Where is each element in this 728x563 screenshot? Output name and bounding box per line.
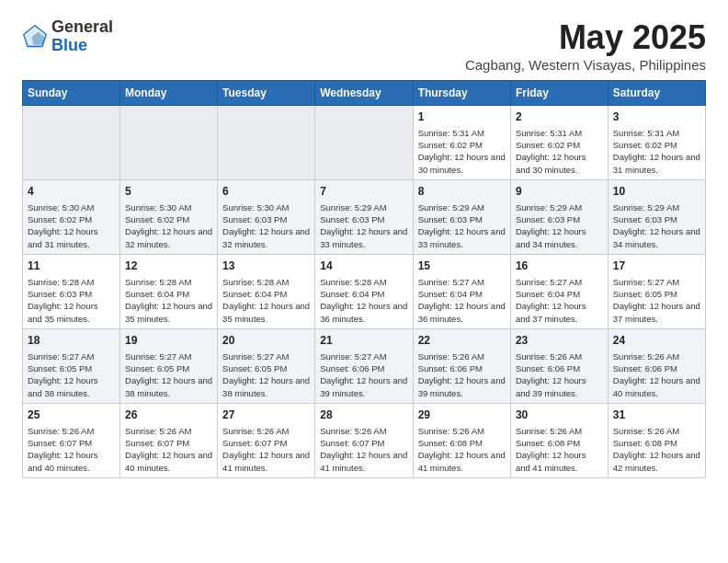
day-number: 9 <box>516 184 603 200</box>
cell-daylight: Daylight: 12 hours and 35 minutes. <box>125 300 212 325</box>
cell-sunset: Sunset: 6:03 PM <box>418 213 506 225</box>
cell-daylight: Daylight: 12 hours and 40 minutes. <box>125 449 212 474</box>
cell-sunrise: Sunrise: 5:29 AM <box>418 201 506 213</box>
calendar-cell: 7 Sunrise: 5:29 AM Sunset: 6:03 PM Dayli… <box>315 179 413 254</box>
cell-sunrise: Sunrise: 5:31 AM <box>613 127 700 139</box>
calendar-week-1: 1 Sunrise: 5:31 AM Sunset: 6:02 PM Dayli… <box>23 106 706 180</box>
cell-sunset: Sunset: 6:04 PM <box>320 288 407 300</box>
calendar-week-3: 11 Sunrise: 5:28 AM Sunset: 6:03 PM Dayl… <box>23 254 706 328</box>
header-sunday: Sunday <box>23 81 120 106</box>
cell-sunrise: Sunrise: 5:30 AM <box>222 201 310 213</box>
cell-sunrise: Sunrise: 5:27 AM <box>28 350 115 362</box>
cell-sunset: Sunset: 6:02 PM <box>28 213 115 225</box>
logo-text: General Blue <box>51 18 113 55</box>
day-number: 22 <box>418 333 506 349</box>
logo: General Blue <box>22 18 113 55</box>
cell-daylight: Daylight: 12 hours and 35 minutes. <box>222 300 310 325</box>
day-number: 11 <box>28 259 115 274</box>
cell-sunrise: Sunrise: 5:27 AM <box>125 350 212 362</box>
main-title: May 2025 <box>465 18 706 57</box>
calendar-cell: 12 Sunrise: 5:28 AM Sunset: 6:04 PM Dayl… <box>120 254 218 328</box>
day-number: 2 <box>516 109 603 125</box>
calendar-cell <box>315 106 413 180</box>
calendar-cell: 8 Sunrise: 5:29 AM Sunset: 6:03 PM Dayli… <box>413 179 510 254</box>
cell-daylight: Daylight: 12 hours and 40 minutes. <box>28 449 115 474</box>
calendar-cell: 14 Sunrise: 5:28 AM Sunset: 6:04 PM Dayl… <box>315 254 413 328</box>
calendar-cell: 28 Sunrise: 5:26 AM Sunset: 6:07 PM Dayl… <box>315 403 413 477</box>
cell-daylight: Daylight: 12 hours and 42 minutes. <box>613 449 700 474</box>
calendar-cell: 23 Sunrise: 5:26 AM Sunset: 6:06 PM Dayl… <box>510 328 608 403</box>
cell-sunset: Sunset: 6:07 PM <box>125 437 212 449</box>
calendar-cell: 20 Sunrise: 5:27 AM Sunset: 6:05 PM Dayl… <box>218 328 315 403</box>
calendar-cell <box>23 106 120 180</box>
cell-sunset: Sunset: 6:06 PM <box>613 362 700 374</box>
cell-sunrise: Sunrise: 5:26 AM <box>28 425 115 437</box>
cell-sunrise: Sunrise: 5:26 AM <box>516 425 603 437</box>
cell-sunset: Sunset: 6:05 PM <box>613 288 700 300</box>
cell-sunrise: Sunrise: 5:26 AM <box>418 425 506 437</box>
cell-daylight: Daylight: 12 hours and 39 minutes. <box>418 374 506 399</box>
cell-sunset: Sunset: 6:04 PM <box>418 288 506 300</box>
cell-sunrise: Sunrise: 5:28 AM <box>28 276 115 288</box>
cell-daylight: Daylight: 12 hours and 32 minutes. <box>125 225 212 250</box>
day-number: 26 <box>125 408 212 423</box>
cell-sunset: Sunset: 6:05 PM <box>125 362 212 374</box>
cell-sunset: Sunset: 6:03 PM <box>320 213 407 225</box>
cell-sunrise: Sunrise: 5:27 AM <box>418 276 506 288</box>
cell-daylight: Daylight: 12 hours and 30 minutes. <box>418 151 506 176</box>
calendar-cell: 29 Sunrise: 5:26 AM Sunset: 6:08 PM Dayl… <box>413 403 510 477</box>
calendar-table: Sunday Monday Tuesday Wednesday Thursday… <box>22 80 706 478</box>
calendar-cell: 3 Sunrise: 5:31 AM Sunset: 6:02 PM Dayli… <box>608 106 705 180</box>
calendar-cell <box>218 106 315 180</box>
cell-sunrise: Sunrise: 5:30 AM <box>125 201 212 213</box>
cell-sunset: Sunset: 6:04 PM <box>222 288 310 300</box>
cell-daylight: Daylight: 12 hours and 37 minutes. <box>613 300 700 325</box>
cell-sunset: Sunset: 6:07 PM <box>28 437 115 449</box>
cell-daylight: Daylight: 12 hours and 36 minutes. <box>320 300 407 325</box>
cell-sunset: Sunset: 6:05 PM <box>28 362 115 374</box>
header-thursday: Thursday <box>413 81 510 106</box>
cell-sunset: Sunset: 6:03 PM <box>613 213 700 225</box>
cell-sunset: Sunset: 6:07 PM <box>320 437 407 449</box>
cell-daylight: Daylight: 12 hours and 32 minutes. <box>222 225 310 250</box>
cell-sunset: Sunset: 6:03 PM <box>28 288 115 300</box>
day-number: 28 <box>320 408 407 423</box>
logo-blue: Blue <box>51 37 113 55</box>
header-monday: Monday <box>120 81 218 106</box>
calendar-cell: 10 Sunrise: 5:29 AM Sunset: 6:03 PM Dayl… <box>608 179 705 254</box>
calendar-body: 1 Sunrise: 5:31 AM Sunset: 6:02 PM Dayli… <box>23 106 706 478</box>
cell-daylight: Daylight: 12 hours and 41 minutes. <box>516 449 603 474</box>
calendar-cell: 24 Sunrise: 5:26 AM Sunset: 6:06 PM Dayl… <box>608 328 705 403</box>
subtitle: Cagbang, Western Visayas, Philippines <box>465 57 706 73</box>
cell-sunrise: Sunrise: 5:31 AM <box>418 127 506 139</box>
day-number: 14 <box>320 259 407 274</box>
calendar-cell: 5 Sunrise: 5:30 AM Sunset: 6:02 PM Dayli… <box>120 179 218 254</box>
logo-icon <box>22 24 48 50</box>
calendar-cell: 18 Sunrise: 5:27 AM Sunset: 6:05 PM Dayl… <box>23 328 120 403</box>
cell-sunrise: Sunrise: 5:30 AM <box>28 201 115 213</box>
header-saturday: Saturday <box>608 81 705 106</box>
cell-sunset: Sunset: 6:07 PM <box>222 437 310 449</box>
cell-daylight: Daylight: 12 hours and 30 minutes. <box>516 151 603 176</box>
cell-daylight: Daylight: 12 hours and 39 minutes. <box>516 374 603 399</box>
cell-sunset: Sunset: 6:02 PM <box>125 213 212 225</box>
cell-daylight: Daylight: 12 hours and 40 minutes. <box>613 374 700 399</box>
calendar-cell: 17 Sunrise: 5:27 AM Sunset: 6:05 PM Dayl… <box>608 254 705 328</box>
cell-sunrise: Sunrise: 5:27 AM <box>613 276 700 288</box>
cell-daylight: Daylight: 12 hours and 41 minutes. <box>222 449 310 474</box>
calendar-cell: 31 Sunrise: 5:26 AM Sunset: 6:08 PM Dayl… <box>608 403 705 477</box>
calendar-cell: 6 Sunrise: 5:30 AM Sunset: 6:03 PM Dayli… <box>218 179 315 254</box>
cell-sunrise: Sunrise: 5:26 AM <box>125 425 212 437</box>
cell-sunrise: Sunrise: 5:27 AM <box>516 276 603 288</box>
header-friday: Friday <box>510 81 608 106</box>
cell-sunset: Sunset: 6:02 PM <box>613 139 700 151</box>
cell-daylight: Daylight: 12 hours and 38 minutes. <box>222 374 310 399</box>
day-number: 31 <box>613 408 700 423</box>
calendar-cell: 19 Sunrise: 5:27 AM Sunset: 6:05 PM Dayl… <box>120 328 218 403</box>
calendar-cell: 27 Sunrise: 5:26 AM Sunset: 6:07 PM Dayl… <box>218 403 315 477</box>
day-number: 12 <box>125 259 212 274</box>
cell-sunset: Sunset: 6:08 PM <box>516 437 603 449</box>
cell-sunrise: Sunrise: 5:26 AM <box>516 350 603 362</box>
day-number: 1 <box>418 109 506 125</box>
day-number: 10 <box>613 184 700 200</box>
